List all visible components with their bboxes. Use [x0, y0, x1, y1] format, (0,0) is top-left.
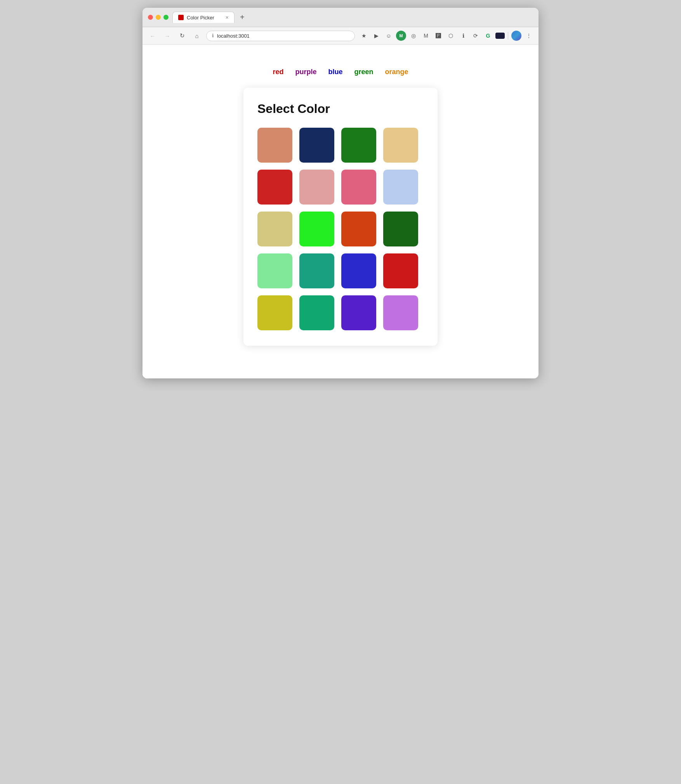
- filter-tab-blue[interactable]: blue: [328, 68, 342, 76]
- color-swatch-4[interactable]: [257, 170, 292, 205]
- filter-tab-orange[interactable]: orange: [385, 68, 408, 76]
- grammarly-icon[interactable]: G: [483, 31, 493, 41]
- url-text: localhost:3001: [217, 33, 349, 39]
- nav-actions: ★ ▶ ☺ M ◎ M 🅿 ⬡ ℹ ⟳ G ⋮: [359, 31, 534, 41]
- back-icon: ←: [150, 33, 156, 39]
- reload-button[interactable]: ↻: [177, 30, 188, 41]
- home-button[interactable]: ⌂: [191, 30, 202, 41]
- color-swatch-14[interactable]: [341, 253, 376, 288]
- pocket-icon[interactable]: 🅿: [433, 31, 443, 41]
- active-tab[interactable]: Color Picker ×: [172, 12, 235, 23]
- home-icon: ⌂: [195, 33, 198, 39]
- minimize-button[interactable]: [156, 15, 161, 20]
- color-swatch-5[interactable]: [299, 170, 334, 205]
- play-icon[interactable]: [495, 33, 505, 39]
- maximize-button[interactable]: [163, 15, 169, 20]
- color-swatch-2[interactable]: [341, 128, 376, 163]
- bookmark-button[interactable]: ★: [359, 31, 369, 41]
- color-swatch-0[interactable]: [257, 128, 292, 163]
- filter-tab-red[interactable]: red: [273, 68, 283, 76]
- tab-bar: Color Picker × +: [172, 12, 533, 23]
- shield-icon[interactable]: ⬡: [446, 31, 456, 41]
- color-swatch-12[interactable]: [257, 253, 292, 288]
- reload-icon: ↻: [180, 32, 185, 39]
- refresh-icon[interactable]: ⟳: [471, 31, 481, 41]
- address-bar[interactable]: ℹ localhost:3001: [206, 31, 355, 41]
- more-menu-button[interactable]: ⋮: [524, 31, 534, 41]
- forward-button[interactable]: →: [162, 30, 173, 41]
- color-swatch-7[interactable]: [383, 170, 418, 205]
- filter-tab-purple[interactable]: purple: [295, 68, 316, 76]
- color-swatch-1[interactable]: [299, 128, 334, 163]
- title-bar: Color Picker × +: [142, 8, 539, 27]
- tab-title: Color Picker: [187, 15, 214, 21]
- info-icon[interactable]: ℹ: [458, 31, 468, 41]
- color-swatch-9[interactable]: [299, 212, 334, 246]
- profile-m-icon[interactable]: M: [396, 31, 406, 41]
- filter-tab-green[interactable]: green: [354, 68, 374, 76]
- color-swatch-3[interactable]: [383, 128, 418, 163]
- browser-window: Color Picker × + ← → ↻ ⌂ ℹ localhost:300…: [142, 8, 539, 378]
- color-card: Select Color: [243, 88, 438, 346]
- forward-icon: →: [165, 33, 170, 39]
- color-swatch-17[interactable]: [299, 295, 334, 330]
- new-tab-button[interactable]: +: [238, 13, 247, 22]
- color-swatch-10[interactable]: [341, 212, 376, 246]
- color-swatch-15[interactable]: [383, 253, 418, 288]
- page-content: redpurplebluegreenorange Select Color: [142, 45, 539, 378]
- security-icon: ℹ: [212, 33, 214, 38]
- nav-bar: ← → ↻ ⌂ ℹ localhost:3001 ★ ▶ ☺ M ◎ M 🅿 ⬡…: [142, 27, 539, 45]
- profile-m2-icon[interactable]: M: [421, 31, 431, 41]
- tab-close-button[interactable]: ×: [226, 14, 229, 21]
- color-swatch-19[interactable]: [383, 295, 418, 330]
- tab-favicon: [178, 15, 184, 20]
- cast-icon[interactable]: ▶: [371, 31, 381, 41]
- close-button[interactable]: [148, 15, 153, 20]
- separator: [508, 32, 508, 40]
- color-swatch-11[interactable]: [383, 212, 418, 246]
- color-swatch-18[interactable]: [341, 295, 376, 330]
- traffic-lights: [148, 15, 169, 20]
- back-button[interactable]: ←: [147, 30, 158, 41]
- color-filters: redpurplebluegreenorange: [273, 68, 408, 76]
- card-title: Select Color: [257, 102, 424, 116]
- color-swatch-6[interactable]: [341, 170, 376, 205]
- color-swatch-8[interactable]: [257, 212, 292, 246]
- user-avatar[interactable]: [511, 31, 521, 41]
- circle-icon[interactable]: ◎: [408, 31, 419, 41]
- color-grid: [257, 128, 424, 330]
- color-swatch-16[interactable]: [257, 295, 292, 330]
- emoji-icon[interactable]: ☺: [384, 31, 394, 41]
- color-swatch-13[interactable]: [299, 253, 334, 288]
